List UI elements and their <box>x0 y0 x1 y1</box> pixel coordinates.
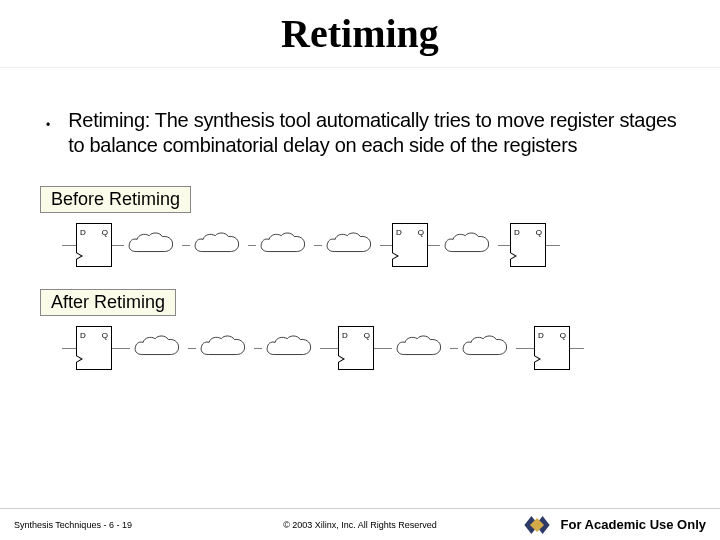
flip-flop-icon: D Q <box>76 223 112 267</box>
flip-flop-icon: D Q <box>534 326 570 370</box>
logic-cloud-icon <box>262 334 320 362</box>
wire <box>254 348 262 349</box>
wire <box>428 245 440 246</box>
wire <box>62 348 76 349</box>
logic-cloud-icon <box>440 231 498 259</box>
wire <box>498 245 510 246</box>
before-section: Before Retiming D Q D Q <box>40 186 680 269</box>
logic-cloud-icon <box>130 334 188 362</box>
after-section: After Retiming D Q D Q <box>40 289 680 372</box>
before-label: Before Retiming <box>40 186 191 213</box>
logic-cloud-icon <box>458 334 516 362</box>
wire <box>516 348 534 349</box>
logic-cloud-icon <box>256 231 314 259</box>
flop-d-label: D <box>538 331 544 340</box>
wire <box>112 245 124 246</box>
after-label: After Retiming <box>40 289 176 316</box>
footer-left: Synthesis Techniques - 6 - 19 <box>14 520 245 530</box>
flop-d-label: D <box>80 331 86 340</box>
logic-cloud-icon <box>124 231 182 259</box>
logic-cloud-icon <box>196 334 254 362</box>
flop-q-label: Q <box>536 228 542 237</box>
bullet-item: • Retiming: The synthesis tool automatic… <box>40 108 680 158</box>
flop-q-label: Q <box>102 228 108 237</box>
wire <box>570 348 584 349</box>
bullet-text: Retiming: The synthesis tool automatical… <box>68 108 680 158</box>
wire <box>320 348 338 349</box>
flop-q-label: Q <box>102 331 108 340</box>
flop-q-label: Q <box>364 331 370 340</box>
flop-d-label: D <box>80 228 86 237</box>
footer-center: © 2003 Xilinx, Inc. All Rights Reserved <box>245 520 476 530</box>
logic-cloud-icon <box>392 334 450 362</box>
flip-flop-icon: D Q <box>510 223 546 267</box>
footer-right-text: For Academic Use Only <box>561 517 706 532</box>
after-diagram: D Q D Q D <box>40 324 680 372</box>
wire <box>112 348 130 349</box>
logic-cloud-icon <box>190 231 248 259</box>
wire <box>182 245 190 246</box>
logic-cloud-icon <box>322 231 380 259</box>
wire <box>314 245 322 246</box>
wire <box>248 245 256 246</box>
xilinx-logo-icon <box>523 513 551 537</box>
flip-flop-icon: D Q <box>392 223 428 267</box>
flop-d-label: D <box>514 228 520 237</box>
wire <box>546 245 560 246</box>
wire <box>374 348 392 349</box>
before-diagram: D Q D Q D <box>40 221 680 269</box>
footer: Synthesis Techniques - 6 - 19 © 2003 Xil… <box>0 508 720 540</box>
flop-d-label: D <box>342 331 348 340</box>
flop-d-label: D <box>396 228 402 237</box>
wire <box>380 245 392 246</box>
flip-flop-icon: D Q <box>338 326 374 370</box>
wire <box>450 348 458 349</box>
wire <box>62 245 76 246</box>
slide-body: • Retiming: The synthesis tool automatic… <box>0 68 720 372</box>
footer-right: For Academic Use Only <box>475 513 706 537</box>
flop-q-label: Q <box>418 228 424 237</box>
slide-title: Retiming <box>0 0 720 68</box>
wire <box>188 348 196 349</box>
flop-q-label: Q <box>560 331 566 340</box>
bullet-marker: • <box>40 108 50 132</box>
flip-flop-icon: D Q <box>76 326 112 370</box>
